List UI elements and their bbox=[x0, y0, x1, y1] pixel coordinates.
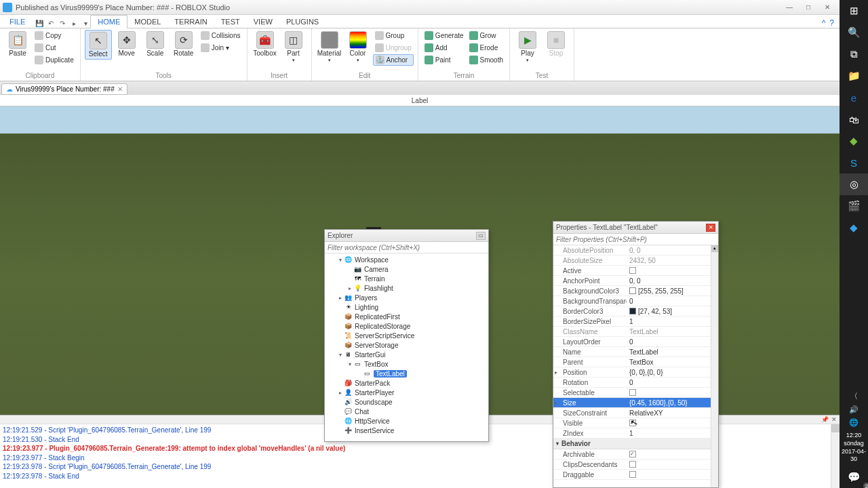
qbtn-undo[interactable]: ↶ bbox=[46, 18, 56, 28]
ungroup-button[interactable]: Ungroup bbox=[373, 42, 414, 54]
tree-item-replicatedfirst[interactable]: 📦ReplicatedFirst bbox=[325, 312, 488, 321]
group-button[interactable]: Group bbox=[373, 30, 414, 41]
ribbon-collapse-icon[interactable]: ^ bbox=[822, 18, 826, 28]
smooth-button[interactable]: Smooth bbox=[467, 54, 505, 66]
play-button[interactable]: ▶Play▾ bbox=[514, 30, 541, 64]
start-button[interactable]: ⊞ bbox=[840, 0, 868, 22]
tree-item-starterpack[interactable]: 🎒StarterPack bbox=[325, 378, 488, 388]
grow-button[interactable]: Grow bbox=[467, 30, 505, 41]
tree-item-flashlight[interactable]: ▸💡Flashlight bbox=[325, 283, 488, 293]
part-button[interactable]: ◫Part▾ bbox=[280, 30, 307, 64]
tree-item-insertservice[interactable]: ➕InsertService bbox=[325, 426, 488, 435]
expander-icon[interactable]: ▸ bbox=[347, 285, 353, 291]
system-tray[interactable]: 〈 🔊 🌐 bbox=[849, 389, 859, 429]
erode-button[interactable]: Erode bbox=[467, 42, 505, 54]
prop-zindex[interactable]: ZIndex1 bbox=[553, 428, 718, 439]
copy-button[interactable]: Copy bbox=[33, 30, 76, 41]
tray-network-icon[interactable]: 🌐 bbox=[849, 418, 859, 427]
collisions-button[interactable]: Collisions bbox=[199, 30, 243, 41]
expander-icon[interactable]: ▸ bbox=[555, 369, 557, 375]
ribbon-help-icon[interactable]: ? bbox=[829, 18, 834, 28]
move-button[interactable]: ✥Move bbox=[113, 30, 140, 60]
prop-bordercolor3[interactable]: BorderColor3[27, 42, 53] bbox=[553, 306, 718, 317]
store-icon[interactable]: 🛍 bbox=[840, 108, 868, 130]
checkbox[interactable] bbox=[629, 451, 636, 458]
file-menu[interactable]: FILE bbox=[3, 16, 32, 28]
checkbox[interactable] bbox=[629, 389, 636, 396]
properties-scrollbar[interactable]: ▴ bbox=[711, 245, 718, 487]
add-button[interactable]: Add bbox=[422, 42, 466, 54]
paste-button[interactable]: 📋Paste bbox=[4, 30, 31, 66]
prop-draggable[interactable]: Draggable bbox=[553, 470, 718, 480]
checkbox[interactable] bbox=[629, 267, 636, 274]
doc-tab[interactable]: ☁ Virus99999's Place Number: ### ✕ bbox=[1, 83, 127, 95]
output-pin-icon[interactable]: 📌 bbox=[821, 416, 829, 423]
prop-clipsdescendants[interactable]: ClipsDescendants bbox=[553, 460, 718, 470]
generate-button[interactable]: Generate bbox=[422, 30, 466, 41]
qbtn-play[interactable]: ▸ bbox=[69, 18, 79, 28]
explorer-icon[interactable]: 📁 bbox=[840, 65, 868, 87]
tree-item-textbox[interactable]: ▾▭TextBox bbox=[325, 359, 488, 369]
tree-item-terrain[interactable]: 🗺Terrain bbox=[325, 274, 488, 283]
search-icon[interactable]: 🔍 bbox=[840, 22, 868, 43]
checkbox[interactable] bbox=[629, 461, 636, 468]
tab-model[interactable]: MODEL bbox=[127, 16, 167, 28]
expander-icon[interactable]: ▾ bbox=[337, 352, 344, 358]
video-icon[interactable]: 🎬 bbox=[840, 195, 868, 217]
tab-test[interactable]: TEST bbox=[214, 16, 247, 28]
prop-category-behavior[interactable]: ▾Behavior bbox=[553, 439, 718, 449]
expander-icon[interactable]: ▾ bbox=[347, 361, 353, 367]
expander-icon[interactable]: ▸ bbox=[337, 390, 344, 396]
prop-anchorpoint[interactable]: AnchorPoint0, 0 bbox=[553, 276, 718, 286]
qbtn-save[interactable]: 💾 bbox=[35, 18, 44, 28]
tab-home[interactable]: HOME bbox=[90, 15, 127, 28]
tree-item-camera[interactable]: 📷Camera bbox=[325, 264, 488, 274]
prop-parent[interactable]: ParentTextBox bbox=[553, 357, 718, 367]
prop-archivable[interactable]: Archivable bbox=[553, 449, 718, 460]
tree-item-textlabel[interactable]: ▭TextLabel bbox=[325, 369, 488, 378]
tab-plugins[interactable]: PLUGINS bbox=[279, 16, 326, 28]
tree-item-workspace[interactable]: ▾🌐Workspace bbox=[325, 255, 488, 264]
tree-item-chat[interactable]: 💬Chat bbox=[325, 407, 488, 416]
prop-visible[interactable]: Visible bbox=[553, 418, 718, 428]
cut-button[interactable]: Cut bbox=[33, 42, 76, 54]
studio-icon[interactable]: ◆ bbox=[840, 217, 868, 239]
properties-header[interactable]: Properties - TextLabel "TextLabel" ✕ bbox=[553, 222, 718, 234]
tray-expand-icon[interactable]: 〈 bbox=[850, 391, 858, 401]
tree-item-replicatedstorage[interactable]: 📦ReplicatedStorage bbox=[325, 321, 488, 331]
properties-close[interactable]: ✕ bbox=[706, 224, 715, 232]
rotate-button[interactable]: ⟳Rotate bbox=[170, 30, 197, 60]
tree-item-serverstorage[interactable]: 📦ServerStorage bbox=[325, 340, 488, 350]
color-button[interactable]: Color▾ bbox=[344, 30, 372, 66]
notification-icon[interactable]: 💬 bbox=[840, 466, 868, 488]
prop-classname[interactable]: ClassNameTextLabel bbox=[553, 327, 718, 337]
prop-backgroundtransparency[interactable]: BackgroundTransparency0 bbox=[553, 296, 718, 306]
scale-button[interactable]: ⤡Scale bbox=[142, 30, 169, 60]
material-button[interactable]: Material▾ bbox=[316, 30, 343, 66]
duplicate-button[interactable]: Duplicate bbox=[33, 54, 76, 66]
explorer-filter-input[interactable] bbox=[325, 242, 488, 253]
prop-backgroundcolor3[interactable]: BackgroundColor3[255, 255, 255] bbox=[553, 286, 718, 296]
close-button[interactable]: ✕ bbox=[818, 2, 837, 13]
prop-absoluteposition[interactable]: AbsolutePosition0, 0 bbox=[553, 245, 718, 256]
output-close-icon[interactable]: ✕ bbox=[831, 416, 837, 423]
prop-size[interactable]: ▸Size{0.45, 1600},{0, 50} bbox=[553, 398, 718, 408]
tree-item-lighting[interactable]: ☀Lighting bbox=[325, 302, 488, 312]
prop-name[interactable]: NameTextLabel bbox=[553, 347, 718, 357]
join-button[interactable]: Join ▾ bbox=[199, 42, 243, 54]
prop-bordersizepixel[interactable]: BorderSizePixel1 bbox=[553, 317, 718, 327]
select-button[interactable]: ↖Select bbox=[85, 30, 112, 60]
prop-selectable[interactable]: Selectable bbox=[553, 388, 718, 398]
taskview-icon[interactable]: ⧉ bbox=[840, 43, 868, 65]
expander-icon[interactable]: ▾ bbox=[337, 257, 344, 263]
prop-position[interactable]: ▸Position{0, 0},{0, 0} bbox=[553, 367, 718, 378]
obs-icon[interactable]: ◎ bbox=[840, 174, 868, 195]
expander-icon[interactable]: ▸ bbox=[555, 400, 557, 406]
qbtn-redo[interactable]: ↷ bbox=[58, 18, 67, 28]
tree-item-players[interactable]: ▸👥Players bbox=[325, 293, 488, 302]
checkbox[interactable] bbox=[629, 420, 636, 426]
explorer-header[interactable]: Explorer ▭ bbox=[325, 230, 488, 242]
minimize-button[interactable]: — bbox=[780, 2, 799, 13]
roblox-icon[interactable]: ◆ bbox=[840, 130, 868, 152]
prop-rotation[interactable]: Rotation0 bbox=[553, 378, 718, 388]
